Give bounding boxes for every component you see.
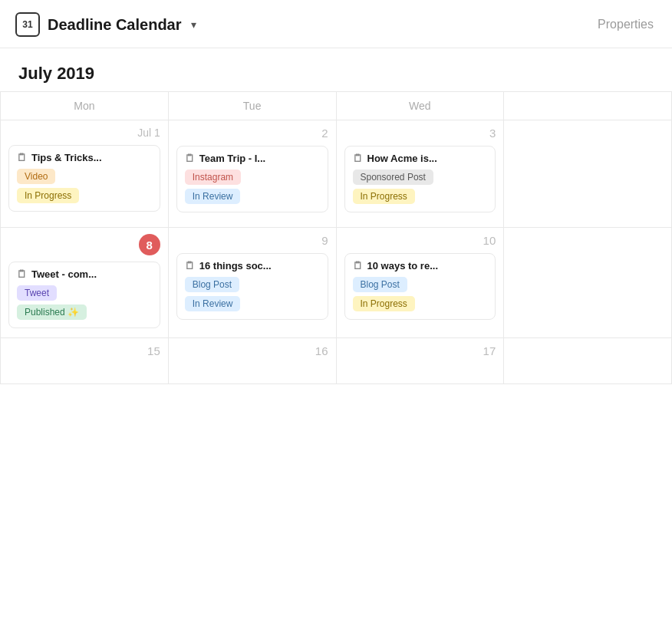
day-cell-3: 3 🗒 How Acme is... Sponsored Post In Pro…	[337, 120, 505, 228]
day-cell-empty3	[504, 338, 672, 384]
day-number-3: 3	[344, 127, 496, 140]
event-tags-acme: Sponsored Post In Progress	[353, 170, 488, 204]
day-cell-10: 10 🗒 10 ways to re... Blog Post In Progr…	[337, 228, 505, 338]
event-card-acme[interactable]: 🗒 How Acme is... Sponsored Post In Progr…	[344, 146, 496, 212]
event-card-16things[interactable]: 🗒 16 things soc... Blog Post In Review	[176, 253, 328, 320]
day-number-8: 8	[8, 234, 160, 255]
day-number-2: 2	[176, 127, 328, 140]
day-number-9: 9	[176, 234, 328, 247]
day-cell-empty1	[504, 120, 672, 228]
tag-tweet[interactable]: Tweet	[17, 285, 57, 301]
event-title-16things: 🗒 16 things soc...	[185, 260, 320, 272]
tag-video[interactable]: Video	[17, 169, 55, 184]
day-number-10: 10	[344, 234, 496, 247]
week1-row: Jul 1 🗒 Tips & Tricks... Video In Progre…	[0, 120, 672, 228]
day-cell-16: 16	[169, 338, 337, 384]
tag-in-review[interactable]: In Review	[185, 189, 241, 204]
day-cell-2: 2 🗒 Team Trip - I... Instagram In Review	[169, 120, 337, 228]
week2-row: 8 🗒 Tweet - com... Tweet Published ✨ 9 🗒…	[0, 228, 672, 338]
tag-in-progress-3[interactable]: In Progress	[353, 296, 415, 311]
day-cell-empty2	[504, 228, 672, 338]
event-tags-tweet: Tweet Published ✨	[17, 285, 152, 320]
event-title-tips: 🗒 Tips & Tricks...	[17, 152, 152, 163]
day-header-wed: Wed	[337, 91, 505, 120]
event-title-tweet: 🗒 Tweet - com...	[17, 268, 152, 280]
event-title-acme: 🗒 How Acme is...	[353, 153, 488, 164]
properties-button[interactable]: Properties	[598, 18, 654, 31]
doc-icon: 🗒	[353, 260, 363, 272]
week3-row: 15 16 17	[0, 338, 672, 384]
day-number-16: 16	[176, 344, 328, 357]
calendar-header: 31 Deadline Calendar ▾ Properties	[0, 0, 672, 48]
event-tags-10ways: Blog Post In Progress	[353, 277, 488, 311]
day-cell-8: 8 🗒 Tweet - com... Tweet Published ✨	[1, 228, 169, 338]
event-title-teamtrip: 🗒 Team Trip - I...	[185, 153, 320, 164]
today-circle: 8	[139, 234, 160, 255]
doc-icon: 🗒	[17, 268, 27, 280]
day-cell-15: 15	[1, 338, 169, 384]
day-header-tue: Tue	[169, 91, 337, 120]
event-tags-tips: Video In Progress	[17, 169, 152, 203]
day-number-15: 15	[8, 344, 160, 357]
day-cell-17: 17	[337, 338, 505, 384]
event-card-teamtrip[interactable]: 🗒 Team Trip - I... Instagram In Review	[176, 146, 328, 212]
doc-icon: 🗒	[17, 152, 27, 163]
header-left: 31 Deadline Calendar ▾	[15, 12, 196, 37]
tag-blog[interactable]: Blog Post	[185, 277, 239, 292]
event-card-10ways[interactable]: 🗒 10 ways to re... Blog Post In Progress	[344, 253, 496, 320]
tag-sponsored[interactable]: Sponsored Post	[353, 170, 433, 185]
month-title: July 2019	[0, 48, 672, 91]
tag-in-review-2[interactable]: In Review	[185, 296, 241, 311]
event-tags-16things: Blog Post In Review	[185, 277, 320, 311]
doc-icon: 🗒	[185, 153, 195, 164]
event-title-10ways: 🗒 10 ways to re...	[353, 260, 488, 272]
tag-published[interactable]: Published ✨	[17, 304, 87, 320]
day-header-extra	[504, 91, 672, 120]
day-number-jul1: Jul 1	[8, 127, 160, 139]
tag-in-progress[interactable]: In Progress	[17, 188, 79, 203]
calendar-title: Deadline Calendar	[48, 16, 182, 34]
calendar-app-icon: 31	[15, 12, 40, 37]
day-number-17: 17	[344, 344, 496, 357]
event-tags-teamtrip: Instagram In Review	[185, 170, 320, 204]
tag-blog-2[interactable]: Blog Post	[353, 277, 407, 292]
day-headers-row: Mon Tue Wed	[0, 91, 672, 120]
tag-in-progress-2[interactable]: In Progress	[353, 189, 415, 204]
day-cell-jul1: Jul 1 🗒 Tips & Tricks... Video In Progre…	[1, 120, 169, 228]
day-header-mon: Mon	[1, 91, 169, 120]
event-card-tweet[interactable]: 🗒 Tweet - com... Tweet Published ✨	[8, 262, 160, 328]
chevron-down-icon[interactable]: ▾	[191, 18, 196, 31]
event-card-tips[interactable]: 🗒 Tips & Tricks... Video In Progress	[8, 145, 160, 212]
day-cell-9: 9 🗒 16 things soc... Blog Post In Review	[169, 228, 337, 338]
doc-icon: 🗒	[353, 153, 363, 164]
doc-icon: 🗒	[185, 260, 195, 272]
tag-instagram[interactable]: Instagram	[185, 170, 241, 185]
